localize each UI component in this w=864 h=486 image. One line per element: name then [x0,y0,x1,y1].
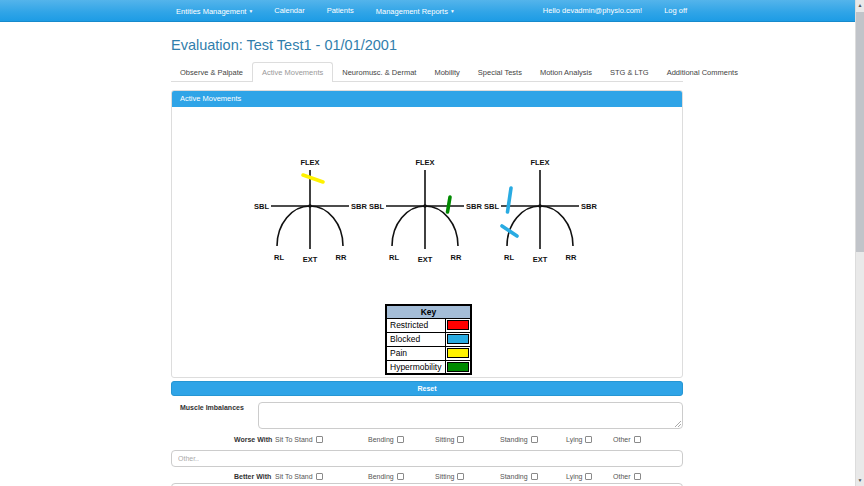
rl-label: RL [504,253,514,262]
worse-with-other-input[interactable] [171,450,683,467]
sbr-label: SBR [581,202,597,211]
hypermobility-color-swatch [447,362,470,372]
checkbox-worse-other[interactable] [634,436,641,443]
key-row-pain: Pain [386,346,471,360]
flex-label: FLEX [530,158,549,167]
flex-label: FLEX [300,158,319,167]
nav-entities-management[interactable]: Entities Management▾ [165,0,263,22]
blocked-mark-rl [502,226,517,236]
blocked-mark-sbl [508,188,512,212]
option-label: Bending [368,473,394,480]
axis-center-dot [308,204,312,208]
worse-with-label: Worse With [234,436,272,443]
better-option-other: Other [613,473,641,480]
key-row-hypermobility: Hypermobility [386,360,471,374]
movement-diagram-3[interactable]: FLEX SBL SBR RL EXT RR [482,155,598,267]
option-label: Sitting [435,436,454,443]
checkbox-better-sitting[interactable] [457,473,464,480]
sbr-label: SBR [351,202,367,211]
rr-label: RR [451,253,462,262]
better-option-lying: Lying [566,473,592,480]
evaluation-tabs: Observe & Palpate Active Movements Neuro… [171,61,683,82]
key-label: Pain [386,346,445,360]
worse-option-standing: Standing [500,436,538,443]
rr-label: RR [336,253,347,262]
option-label: Standing [500,473,528,480]
checkbox-better-sit-to-stand[interactable] [316,473,323,480]
nav-management-reports[interactable]: Management Reports▾ [365,0,465,22]
chevron-down-icon: ▾ [451,8,454,14]
muscle-imbalances-label: Muscle Imbalances [180,404,244,411]
checkbox-worse-sitting[interactable] [457,436,464,443]
worse-option-lying: Lying [566,436,592,443]
nav-log-off[interactable]: Log off [653,0,698,22]
tab-active-movements[interactable]: Active Movements [252,62,333,83]
tab-additional-comments[interactable]: Additional Comments [658,63,747,82]
tab-neuromusc-dermat[interactable]: Neuromusc. & Dermat [333,63,425,82]
tab-mobility[interactable]: Mobility [425,63,468,82]
nav-management-reports-label: Management Reports [376,7,448,16]
worse-option-sitting: Sitting [435,436,464,443]
textarea-resize-handle[interactable] [674,420,682,428]
scroll-up-icon[interactable]: ▲ [856,0,864,11]
axis-center-dot [538,204,542,208]
chevron-down-icon: ▾ [249,8,252,14]
vertical-scrollbar[interactable]: ▲ ▼ [855,0,864,486]
reset-button[interactable]: Reset [171,381,683,396]
tab-stg-ltg[interactable]: STG & LTG [601,63,658,82]
restricted-color-swatch [447,320,470,330]
option-label: Other [613,436,631,443]
nav-entities-management-label: Entities Management [176,7,246,16]
ext-label: EXT [533,255,548,264]
key-label: Blocked [386,332,445,346]
option-label: Bending [368,436,394,443]
scrollbar-thumb[interactable] [856,12,864,252]
checkbox-better-bending[interactable] [397,473,404,480]
ext-label: EXT [303,255,318,264]
key-legend-table: Key Restricted Blocked Pain Hypermobilit… [385,304,472,375]
option-label: Sitting [435,473,454,480]
ext-label: EXT [418,255,433,264]
key-title: Key [386,305,471,318]
option-label: Sit To Stand [275,436,313,443]
muscle-imbalances-textarea[interactable] [258,402,683,429]
option-label: Lying [566,436,582,443]
rr-label: RR [566,253,577,262]
scroll-down-icon[interactable]: ▼ [856,475,864,486]
better-option-standing: Standing [500,473,538,480]
better-option-sitting: Sitting [435,473,464,480]
sbl-label: SBL [369,202,384,211]
axis-center-dot [423,204,427,208]
nav-calendar[interactable]: Calendar [263,0,315,22]
movement-diagram-1[interactable]: FLEX SBL SBR RL EXT RR [252,155,368,267]
sbl-label: SBL [484,202,499,211]
rl-label: RL [389,253,399,262]
app-screen: Entities Management▾ Calendar Patients M… [0,0,864,486]
nav-menu-left: Entities Management▾ Calendar Patients M… [165,0,465,22]
pain-mark [303,175,323,182]
better-option-bending: Bending [368,473,404,480]
better-option-sit-to-stand: Sit To Stand [275,473,323,480]
checkbox-worse-lying[interactable] [585,436,592,443]
checkbox-better-other[interactable] [634,473,641,480]
option-label: Sit To Stand [275,473,313,480]
nav-greeting[interactable]: Hello devadmin@physio.com! [532,0,653,22]
sbr-label: SBR [466,202,482,211]
option-label: Lying [566,473,582,480]
worse-option-sit-to-stand: Sit To Stand [275,436,323,443]
blocked-color-swatch [447,334,470,344]
checkbox-worse-standing[interactable] [531,436,538,443]
nav-patients[interactable]: Patients [316,0,365,22]
checkbox-worse-sit-to-stand[interactable] [316,436,323,443]
checkbox-worse-bending[interactable] [397,436,404,443]
key-label: Restricted [386,318,445,332]
checkbox-better-lying[interactable] [585,473,592,480]
tab-observe-palpate[interactable]: Observe & Palpate [171,63,252,82]
movement-diagram-2[interactable]: FLEX SBL SBR RL EXT RR [367,155,483,267]
option-label: Other [613,473,631,480]
option-label: Standing [500,436,528,443]
checkbox-better-standing[interactable] [531,473,538,480]
tab-special-tests[interactable]: Special Tests [469,63,531,82]
tab-motion-analysis[interactable]: Motion Analysis [531,63,601,82]
page-title: Evaluation: Test Test1 - 01/01/2001 [171,37,397,53]
